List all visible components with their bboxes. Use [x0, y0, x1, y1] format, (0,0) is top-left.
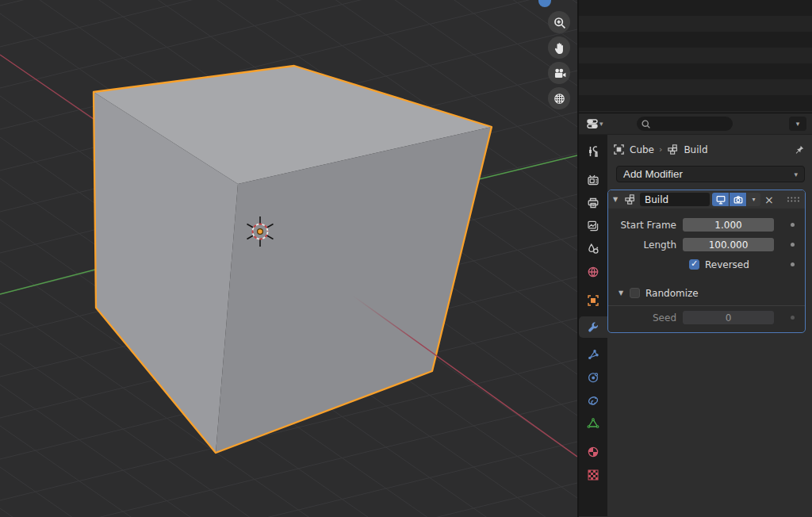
- modifier-panel-header[interactable]: ▼: [608, 190, 805, 209]
- animate-decorator-dot[interactable]: [791, 262, 795, 266]
- object-data-icon: [587, 417, 599, 430]
- length-field[interactable]: 100.000: [683, 238, 774, 251]
- texture-icon: [587, 469, 599, 481]
- properties-tab-column: [579, 135, 607, 516]
- wrench-icon: [587, 321, 599, 334]
- tab-view-layer-properties[interactable]: [579, 215, 607, 236]
- tab-constraints-properties[interactable]: [579, 389, 607, 411]
- hand-icon: [553, 41, 566, 55]
- properties-editor: ▾ ▾ Cube: [577, 0, 812, 517]
- blender-window: ▾ ▾ Cube: [0, 0, 812, 517]
- pin-icon[interactable]: [794, 144, 805, 155]
- add-modifier-button[interactable]: Add Modifier ▾: [616, 166, 805, 182]
- seed-label: Seed: [608, 312, 683, 324]
- length-label: Length: [608, 239, 683, 251]
- tab-physics-properties[interactable]: [579, 366, 607, 388]
- tab-world-properties[interactable]: [579, 261, 607, 282]
- physics-icon: [587, 371, 599, 384]
- length-row: Length 100.000: [608, 235, 805, 255]
- object-icon: [587, 294, 599, 307]
- tab-object-data-properties[interactable]: [579, 412, 607, 434]
- animate-decorator-dot[interactable]: [791, 223, 795, 227]
- 3d-viewport[interactable]: [0, 0, 577, 517]
- editor-type-button[interactable]: ▾: [584, 117, 605, 131]
- properties-editor-icon: [586, 117, 599, 130]
- start-frame-row: Start Frame 1.000: [608, 215, 805, 235]
- search-icon: [641, 119, 651, 129]
- tab-render-properties[interactable]: [579, 169, 607, 190]
- breadcrumb-object[interactable]: Cube: [630, 144, 654, 155]
- world-icon: [587, 266, 599, 278]
- build-modifier-icon: [667, 144, 679, 155]
- grid-sphere-icon: [553, 92, 566, 105]
- randomize-subpanel-header[interactable]: ▼ Randomize: [608, 283, 805, 303]
- animate-decorator-dot[interactable]: [791, 316, 795, 320]
- y-axis-line: [0, 270, 95, 294]
- tab-modifiers-properties[interactable]: [579, 316, 607, 338]
- expand-triangle-icon[interactable]: ▼: [613, 196, 624, 203]
- seed-row: Seed 0: [608, 308, 805, 327]
- view-layer-icon: [587, 220, 599, 232]
- scene-icon: [587, 243, 599, 255]
- randomize-checkbox[interactable]: [630, 288, 640, 298]
- render-icon: [587, 174, 599, 186]
- start-frame-label: Start Frame: [608, 220, 683, 231]
- filter-dropdown-button[interactable]: ▾: [789, 117, 806, 131]
- tab-tool-properties[interactable]: [579, 140, 607, 162]
- randomize-label[interactable]: Randomize: [645, 288, 699, 299]
- modifier-extras-dropdown[interactable]: ▾: [747, 193, 760, 206]
- properties-header: ▾ ▾: [579, 113, 812, 135]
- x-axis-line: [0, 55, 94, 119]
- expand-triangle-icon[interactable]: ▼: [619, 289, 629, 297]
- randomize-subpanel-body: Seed 0: [608, 305, 805, 327]
- particles-icon: [587, 348, 599, 361]
- gizmo-zoom-button[interactable]: [548, 11, 570, 33]
- render-camera-icon: [733, 194, 744, 205]
- chevron-down-icon: ▾: [599, 121, 603, 128]
- build-modifier-icon: [624, 193, 636, 205]
- constraints-icon: [587, 394, 599, 407]
- modifier-panel-build: ▼: [607, 190, 806, 333]
- outliner-region[interactable]: [579, 0, 812, 113]
- breadcrumb: Cube › Build: [607, 139, 812, 160]
- chevron-down-icon: ▾: [794, 170, 798, 178]
- breadcrumb-separator: ›: [659, 144, 662, 155]
- gizmo-pan-button[interactable]: [548, 36, 570, 59]
- display-render-toggle[interactable]: [730, 193, 746, 206]
- gizmo-ortho-button[interactable]: [548, 87, 570, 109]
- tab-output-properties[interactable]: [579, 192, 607, 213]
- output-icon: [587, 197, 599, 209]
- object-origin-dot: [258, 229, 263, 235]
- drag-grip-icon[interactable]: [787, 196, 800, 203]
- search-box[interactable]: [637, 117, 733, 131]
- delete-modifier-button[interactable]: ×: [764, 194, 774, 205]
- viewport-canvas: [0, 0, 577, 517]
- tab-object-properties[interactable]: [579, 289, 607, 311]
- tab-scene-properties[interactable]: [579, 238, 607, 259]
- tab-texture-properties[interactable]: [579, 464, 607, 485]
- gizmo-camera-button[interactable]: [548, 62, 570, 84]
- reversed-checkbox[interactable]: [689, 259, 699, 270]
- reversed-label[interactable]: Reversed: [705, 259, 749, 270]
- monitor-icon: [715, 194, 726, 205]
- breadcrumb-modifier[interactable]: Build: [684, 144, 707, 155]
- start-frame-field[interactable]: 1.000: [683, 218, 774, 232]
- material-icon: [587, 446, 599, 458]
- object-icon: [613, 144, 625, 155]
- reversed-row: Reversed: [608, 255, 805, 274]
- search-input[interactable]: [653, 118, 729, 129]
- zoom-icon: [553, 16, 566, 29]
- modifier-panel-body: Start Frame 1.000 Length 100.000: [608, 209, 805, 332]
- camera-view-icon: [553, 67, 566, 80]
- viewport-gizmo-column: [548, 11, 570, 109]
- animate-decorator-dot[interactable]: [791, 243, 795, 247]
- y-axis-line: [479, 155, 577, 179]
- display-viewport-toggle[interactable]: [712, 193, 729, 206]
- tool-icon: [587, 145, 599, 158]
- seed-field[interactable]: 0: [683, 311, 774, 324]
- modifier-name-field[interactable]: [640, 193, 710, 206]
- tab-material-properties[interactable]: [579, 441, 607, 462]
- tab-particles-properties[interactable]: [579, 343, 607, 365]
